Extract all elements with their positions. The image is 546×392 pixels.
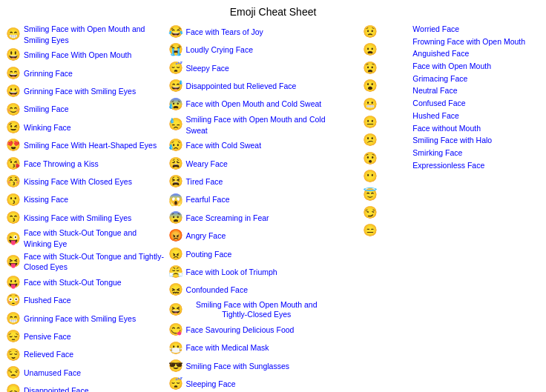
emoji-row: Smirking Face	[412, 147, 540, 159]
emoji-row: 😐	[363, 114, 378, 130]
emoji-label: Kissing Face with Smiling Eyes	[24, 213, 131, 224]
emoji-label: Pouting Face	[186, 249, 232, 260]
column-3: 😟😦😧😮😬😐😕😯😶😇😏😑	[330, 24, 410, 392]
emoji-row: 😇	[363, 187, 378, 203]
emoji-label: Face Throwing a Kiss	[24, 159, 99, 170]
emoji-icon: 😜	[6, 230, 21, 247]
emoji-label: Smiling Face	[24, 104, 69, 115]
emoji-row: Face with Open Mouth	[412, 61, 540, 72]
emoji-row: 😎 Smiling Face with Sunglasses	[168, 358, 328, 374]
emoji-row: 😶	[363, 168, 378, 185]
emoji-label: Grinning Face	[24, 68, 73, 79]
emoji-label: Smiling Face With Open Mouth	[24, 50, 131, 61]
emoji-label: Pensive Face	[24, 331, 71, 342]
column-4: Worried FaceFrowning Face with Open Mout…	[412, 24, 540, 392]
emoji-icon: 😙	[6, 210, 21, 226]
emoji-row: 😷 Face with Medical Mask	[168, 340, 328, 356]
emoji-icon: 😚	[6, 173, 21, 190]
emoji-label: Face without Mouth	[412, 123, 481, 134]
emoji-icon: 😕	[363, 132, 378, 148]
emoji-icon: 😷	[168, 340, 183, 356]
emoji-row: 😑	[363, 222, 378, 239]
emoji-icon: 😫	[168, 173, 183, 190]
emoji-icon: 😟	[363, 24, 378, 40]
emoji-row: 😭 Loudly Crying Face	[168, 41, 328, 58]
emoji-label: Loudly Crying Face	[186, 44, 253, 56]
emoji-row: 😌 Relieved Face	[6, 347, 165, 363]
emoji-row: Neutral Face	[412, 85, 540, 96]
emoji-row: Confused Face	[412, 98, 540, 109]
emoji-label: Weary Face	[186, 159, 228, 170]
emoji-label: Confused Face	[412, 98, 465, 109]
emoji-label: Face with Open Mouth and Cold Sweat	[186, 99, 322, 110]
emoji-row: 😁 Smiling Face with Open Mouth and Smili…	[6, 24, 165, 45]
emoji-row: 😀 Grinning Face with Smiling Eyes	[6, 83, 165, 99]
emoji-row: 😟	[363, 24, 378, 40]
emoji-label: Smirking Face	[412, 147, 462, 159]
emoji-label: Smiling Face with Open Mouth and Tightly…	[186, 300, 328, 320]
emoji-row: 😤 Face with Look of Triumph	[168, 264, 328, 280]
emoji-row: 😨 Face Screaming in Fear	[168, 210, 328, 226]
emoji-row: 😁 Grinning Face with Smiling Eyes	[6, 310, 165, 327]
emoji-icon: 😯	[363, 150, 378, 167]
emoji-row: 😠 Pouting Face	[168, 246, 328, 262]
emoji-icon: 😎	[168, 358, 183, 374]
emoji-row: 😦	[363, 41, 378, 58]
emoji-label: Anguished Face	[412, 48, 469, 59]
emoji-label: Relieved Face	[24, 349, 73, 360]
emoji-icon: 😴	[168, 376, 183, 392]
emoji-row: 😫 Tired Face	[168, 173, 328, 190]
emoji-icon: 😤	[168, 264, 183, 280]
emoji-row: 😍 Smiling Face With Heart-Shaped Eyes	[6, 137, 165, 153]
emoji-label: Worried Face	[412, 24, 459, 35]
emoji-row: 😱 Fearful Face	[168, 192, 328, 208]
emoji-icon: 😨	[168, 210, 183, 226]
emoji-icon: 😬	[363, 96, 378, 113]
emoji-icon: 😔	[6, 328, 21, 345]
emoji-icon: 😇	[363, 187, 378, 203]
emoji-row: 😏	[363, 205, 378, 221]
emoji-icon: 😖	[168, 282, 183, 298]
emoji-label: Face with Stuck-Out Tongue and Tightly-C…	[24, 251, 165, 273]
emoji-row: 😴 Sleepy Face	[168, 60, 328, 76]
emoji-icon: 😧	[363, 60, 378, 76]
column-1: 😁 Smiling Face with Open Mouth and Smili…	[6, 24, 165, 392]
emoji-row: 😡 Angry Face	[168, 227, 328, 244]
emoji-icon: 😊	[6, 102, 21, 118]
column-2: 😂 Face with Tears of Joy 😭 Loudly Crying…	[168, 24, 328, 392]
emoji-row: 😰 Face with Open Mouth and Cold Sweat	[168, 96, 328, 113]
emoji-row: Grimacing Face	[412, 73, 540, 84]
emoji-row: 😆 Smiling Face with Open Mouth and Tight…	[168, 300, 328, 320]
emoji-icon: 😐	[363, 114, 378, 130]
emoji-row: 😛 Face with Stuck-Out Tongue	[6, 274, 165, 290]
emoji-row: 😞 Disappointed Face	[6, 382, 165, 392]
emoji-icon: 😞	[6, 382, 21, 392]
emoji-icon: 😋	[168, 322, 183, 338]
emoji-label: Face with Open Mouth	[412, 61, 491, 72]
emoji-label: Sleeping Face	[186, 379, 236, 390]
emoji-label: Fearful Face	[186, 194, 230, 205]
emoji-label: Face with Medical Mask	[186, 342, 269, 353]
emoji-label: Flushed Face	[24, 295, 71, 306]
emoji-icon: 😓	[168, 116, 183, 133]
emoji-icon: 😘	[6, 156, 21, 172]
emoji-row: 😘 Face Throwing a Kiss	[6, 156, 165, 172]
emoji-icon: 😳	[6, 292, 21, 308]
emoji-row: 😉 Winking Face	[6, 119, 165, 136]
emoji-row: 😧	[363, 60, 378, 76]
emoji-icon: 😛	[6, 274, 21, 290]
emoji-label: Angry Face	[186, 230, 226, 242]
page-title: Emoji Cheat Sheet	[6, 6, 540, 18]
emoji-row: 😗 Kissing Face	[6, 192, 165, 208]
emoji-row: Face without Mouth	[412, 123, 540, 134]
emoji-row: 😴 Sleeping Face	[168, 376, 328, 392]
emoji-label: Face with Look of Triumph	[186, 267, 277, 278]
emoji-label: Grinning Face with Smiling Eyes	[24, 86, 136, 97]
emoji-row: 😙 Kissing Face with Smiling Eyes	[6, 210, 165, 226]
emoji-icon: 😴	[168, 60, 183, 76]
emoji-grid: 😁 Smiling Face with Open Mouth and Smili…	[6, 24, 540, 392]
emoji-icon: 😠	[168, 246, 183, 262]
emoji-icon: 😄	[6, 65, 21, 82]
emoji-label: Grinning Face with Smiling Eyes	[24, 313, 136, 325]
emoji-label: Smiling Face with Sunglasses	[186, 361, 289, 372]
